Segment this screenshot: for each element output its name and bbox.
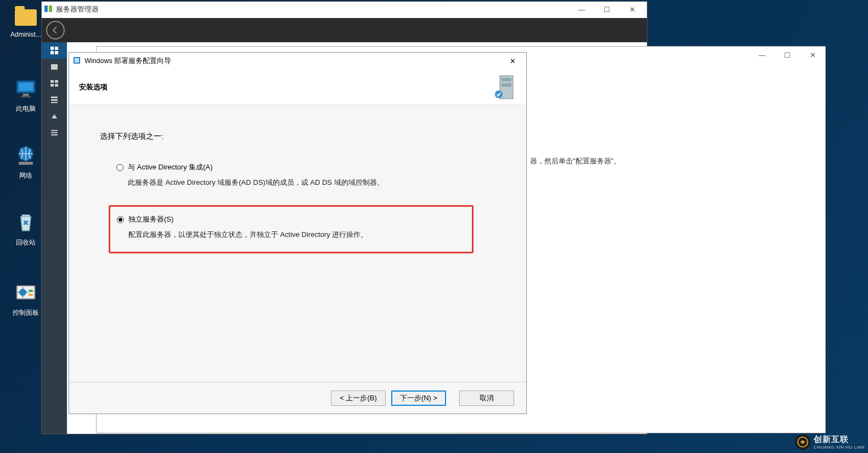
sidebar-item-all-servers[interactable]: [42, 75, 67, 92]
wizard-titlebar[interactable]: Windows 部署服务配置向导 ✕: [69, 53, 526, 69]
option-label[interactable]: 独立服务器(S): [128, 214, 173, 224]
desktop-icon-label: Administ...: [7, 31, 45, 38]
mmc-maximize-button[interactable]: ☐: [775, 47, 800, 63]
titlebar[interactable]: 服务器管理器 — ☐ ✕: [42, 2, 647, 18]
svg-rect-31: [501, 78, 511, 81]
wizard-prompt: 选择下列选项之一:: [100, 132, 495, 141]
sidebar-item-local-server[interactable]: [42, 59, 67, 75]
next-button[interactable]: 下一步(N) >: [391, 390, 446, 406]
svg-rect-2: [23, 94, 29, 96]
desktop-icon-this-pc[interactable]: 此电脑: [7, 76, 45, 114]
option-ad-integration: 与 Active Directory 集成(A) 此服务器是 Active Di…: [115, 157, 495, 195]
header-server-icon: [494, 73, 518, 101]
desktop-icon-control-panel[interactable]: 控制面板: [7, 280, 45, 318]
sidebar-item-wds[interactable]: [42, 108, 67, 124]
svg-rect-19: [55, 80, 58, 83]
wds-config-wizard: Windows 部署服务配置向导 ✕ 安装选项 选择下列选项之一: 与 Acti…: [69, 52, 527, 414]
cancel-button[interactable]: 取消: [459, 390, 514, 406]
svg-point-8: [19, 289, 26, 296]
svg-rect-27: [51, 134, 58, 135]
svg-rect-13: [50, 47, 54, 50]
wizard-icon: [72, 56, 81, 66]
desktop-icon-network[interactable]: 网络: [7, 143, 45, 180]
maximize-button[interactable]: ☐: [594, 2, 619, 18]
svg-rect-5: [19, 162, 33, 165]
svg-rect-17: [51, 64, 58, 70]
close-button[interactable]: ✕: [619, 2, 645, 18]
mmc-minimize-button[interactable]: —: [749, 47, 775, 63]
svg-rect-12: [49, 5, 52, 12]
mmc-body-text: 器，然后单击"配置服务器"。: [530, 156, 621, 166]
watermark-logo-icon: [795, 434, 810, 450]
svg-rect-29: [75, 58, 79, 63]
svg-rect-20: [50, 84, 54, 87]
svg-rect-14: [55, 47, 58, 50]
option-label[interactable]: 与 Active Directory 集成(A): [128, 162, 213, 172]
wizard-title: Windows 部署服务配置向导: [84, 56, 171, 66]
watermark-title: 创新互联: [814, 434, 865, 445]
minimize-button[interactable]: —: [569, 2, 594, 18]
wizard-footer: < 上一步(B) 下一步(N) > 取消: [69, 382, 526, 414]
sidebar-item-file-storage[interactable]: [42, 92, 67, 108]
svg-rect-21: [55, 84, 58, 87]
desktop-icon-recycle-bin[interactable]: 回收站: [7, 209, 45, 247]
svg-rect-1: [19, 83, 33, 91]
window-title: 服务器管理器: [56, 5, 99, 14]
option-desc: 配置此服务器，以便其处于独立状态，并独立于 Active Directory 进…: [128, 230, 465, 240]
server-manager-icon: [44, 4, 53, 15]
svg-rect-23: [51, 99, 58, 101]
radio-standalone-server[interactable]: [117, 216, 124, 223]
wizard-header: 安装选项: [69, 69, 526, 105]
desktop-icon-label: 此电脑: [7, 104, 45, 114]
svg-rect-24: [51, 102, 58, 103]
wizard-body: 选择下列选项之一: 与 Active Directory 集成(A) 此服务器是…: [69, 105, 526, 382]
folder-icon: [13, 2, 39, 29]
wizard-close-button[interactable]: ✕: [502, 54, 523, 67]
option-desc: 此服务器是 Active Directory 域服务(AD DS)域的成员，或 …: [128, 178, 488, 188]
pc-icon: [13, 76, 39, 102]
sidebar: [42, 42, 67, 434]
svg-rect-32: [501, 83, 511, 87]
svg-rect-3: [21, 96, 31, 98]
sidebar-item-dashboard[interactable]: [42, 42, 67, 59]
svg-rect-25: [51, 130, 58, 131]
back-button[interactable]: [46, 21, 65, 39]
wizard-subtitle: 安装选项: [79, 82, 108, 92]
desktop-icon-administrator[interactable]: Administ...: [7, 2, 45, 38]
svg-rect-10: [29, 294, 33, 296]
recycle-bin-icon: [13, 209, 39, 236]
desktop-icon-label: 回收站: [7, 238, 45, 247]
radio-ad-integration[interactable]: [116, 164, 123, 171]
svg-rect-16: [55, 51, 58, 54]
breadcrumb-bar: [42, 18, 647, 42]
mmc-close-button[interactable]: ✕: [800, 47, 825, 63]
svg-rect-9: [29, 290, 33, 292]
svg-rect-26: [51, 132, 58, 133]
sidebar-item-more[interactable]: [42, 124, 67, 141]
watermark-sub: CHUANG XIN HU LIAN: [814, 445, 865, 450]
control-panel-icon: [13, 280, 39, 306]
svg-rect-18: [50, 80, 54, 83]
desktop-icon-label: 控制面板: [7, 308, 45, 318]
back-button[interactable]: < 上一步(B): [331, 390, 386, 406]
svg-rect-15: [50, 51, 54, 54]
svg-rect-22: [51, 97, 58, 98]
network-icon: [13, 143, 39, 169]
svg-rect-6: [22, 214, 30, 217]
watermark: 创新互联 CHUANG XIN HU LIAN: [795, 434, 865, 450]
highlighted-option: 独立服务器(S) 配置此服务器，以便其处于独立状态，并独立于 Active Di…: [109, 205, 474, 253]
svg-rect-11: [44, 5, 48, 12]
desktop-icon-label: 网络: [7, 171, 45, 180]
